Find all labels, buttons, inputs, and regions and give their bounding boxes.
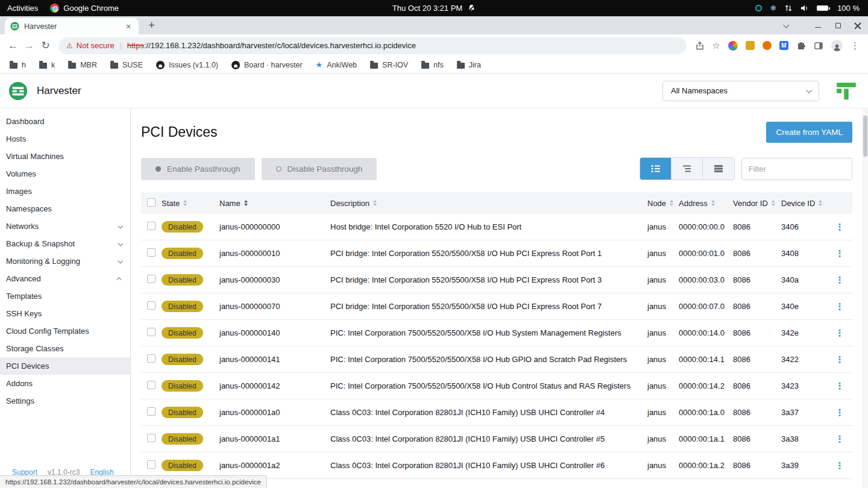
window-maximize-button[interactable] [834, 22, 842, 30]
row-checkbox[interactable] [147, 460, 156, 469]
active-app-indicator[interactable]: Google Chrome [50, 4, 119, 13]
sidebar-item-pci-devices[interactable]: PCI Devices [0, 357, 130, 375]
sidebar-item-hosts[interactable]: Hosts [0, 130, 130, 148]
side-panel-icon[interactable] [814, 41, 823, 51]
table-row: Disabled janus-000000010 PCI bridge: Int… [141, 240, 852, 267]
brand-name: Harvester [37, 85, 81, 97]
reload-button[interactable]: ↻ [37, 39, 54, 52]
sidebar-item-storage-classes[interactable]: Storage Classes [0, 340, 130, 357]
row-checkbox[interactable] [147, 248, 156, 257]
rancher-harvester-icon[interactable] [834, 80, 858, 102]
bookmark-star-icon[interactable]: ☆ [712, 40, 720, 51]
indicator-dot-icon[interactable] [755, 5, 762, 11]
volume-icon[interactable] [800, 4, 809, 12]
row-actions-button[interactable]: ⋮ [835, 381, 844, 391]
row-checkbox[interactable] [147, 354, 156, 363]
sidebar-item-settings[interactable]: Settings [0, 392, 130, 410]
sidebar-item-dashboard[interactable]: Dashboard [0, 113, 130, 130]
battery-icon[interactable] [817, 5, 828, 11]
scrollbar-thumb[interactable] [863, 116, 867, 157]
cell-description: PIC: Intel Corporation 7500/5520/5500/X5… [330, 355, 647, 364]
extension-orange-icon[interactable] [763, 41, 772, 50]
clock[interactable]: Thu Oct 20 3:21 PM [392, 4, 476, 13]
address-bar[interactable]: ⚠ Not secure | https://192.168.1.232/das… [58, 37, 687, 54]
disable-passthrough-button[interactable]: Disable Passthrough [262, 158, 377, 180]
window-minimize-button[interactable] [814, 22, 822, 30]
row-checkbox[interactable] [147, 407, 156, 416]
row-actions-button[interactable]: ⋮ [835, 248, 844, 258]
view-list-button[interactable] [640, 158, 671, 180]
sidebar-item-images[interactable]: Images [0, 183, 130, 200]
bookmark-nfs[interactable]: nfs [421, 61, 444, 69]
tab-search-chevron-icon[interactable] [783, 22, 789, 28]
window-close-button[interactable] [854, 22, 862, 30]
row-checkbox[interactable] [147, 381, 156, 389]
browser-menu-icon[interactable]: ⋮ [851, 40, 860, 51]
row-actions-button[interactable]: ⋮ [835, 407, 844, 418]
view-grouped-button[interactable] [671, 158, 703, 180]
sidebar-item-backup-snapshot[interactable]: Backup & Snapshot [0, 235, 130, 252]
header-name[interactable]: Name [219, 199, 330, 208]
header-address[interactable]: Address [679, 199, 733, 208]
tab-close-icon[interactable]: × [124, 22, 133, 31]
filter-input[interactable] [741, 158, 852, 180]
row-checkbox[interactable] [147, 275, 156, 283]
header-node[interactable]: Node [647, 199, 679, 208]
bookmark-k[interactable]: k [39, 61, 55, 69]
browser-tab-harvester[interactable]: Harvester × [5, 18, 139, 34]
sidebar-item-namespaces[interactable]: Namespaces [0, 200, 130, 217]
bookmark-jira[interactable]: Jira [457, 61, 481, 69]
row-actions-button[interactable]: ⋮ [835, 328, 844, 338]
bookmark-suse[interactable]: SUSE [110, 61, 143, 69]
sidebar-item-volumes[interactable]: Volumes [0, 165, 130, 183]
view-table-button[interactable] [703, 158, 734, 180]
sidebar-item-networks[interactable]: Networks [0, 217, 130, 235]
extensions-puzzle-icon[interactable] [796, 41, 806, 51]
sidebar-item-ssh-keys[interactable]: SSH Keys [0, 305, 130, 322]
row-actions-button[interactable]: ⋮ [835, 460, 844, 471]
bookmark-sr-iov[interactable]: SR-IOV [370, 61, 408, 69]
cell-node: janus [647, 302, 679, 311]
sidebar-item-monitoring-logging[interactable]: Monitoring & Logging [0, 252, 130, 270]
row-actions-button[interactable]: ⋮ [835, 222, 844, 232]
new-tab-button[interactable]: + [144, 18, 159, 33]
row-checkbox[interactable] [147, 328, 156, 336]
header-state[interactable]: State [162, 199, 219, 208]
tray-snowflake-icon[interactable]: ❄ [770, 4, 776, 13]
extension-m-icon[interactable]: M [779, 41, 788, 50]
back-button[interactable]: ← [5, 40, 21, 52]
select-all-checkbox[interactable] [147, 198, 156, 207]
forward-button[interactable]: → [21, 40, 37, 52]
sidebar-item-virtual-machines[interactable]: Virtual Machines [0, 148, 130, 165]
sidebar-item-addons[interactable]: Addons [0, 375, 130, 392]
network-icon[interactable] [784, 4, 793, 12]
header-device-id[interactable]: Device ID [781, 199, 832, 208]
extension-gold-icon[interactable] [746, 41, 755, 50]
sidebar-item-cloud-config-templates[interactable]: Cloud Config Templates [0, 322, 130, 340]
row-checkbox[interactable] [147, 434, 156, 442]
row-actions-button[interactable]: ⋮ [835, 301, 844, 311]
create-from-yaml-button[interactable]: Create from YAML [766, 122, 852, 143]
bookmark-board-harvester[interactable]: Board · harvester [231, 61, 303, 69]
activities-button[interactable]: Activities [7, 4, 38, 13]
bookmark-h[interactable]: h [10, 61, 26, 69]
sidebar-item-advanced[interactable]: Advanced [0, 270, 130, 287]
header-vendor-id[interactable]: Vendor ID [733, 199, 781, 208]
scrollbar-track[interactable] [862, 108, 868, 488]
cell-device-id: 3423 [781, 381, 832, 390]
namespace-select[interactable]: All Namespaces [662, 81, 819, 101]
bookmark-mbr[interactable]: MBR [68, 61, 97, 69]
row-actions-button[interactable]: ⋮ [835, 354, 844, 364]
sidebar-item-templates[interactable]: Templates [0, 287, 130, 305]
row-actions-button[interactable]: ⋮ [835, 434, 844, 444]
row-actions-button[interactable]: ⋮ [835, 275, 844, 285]
enable-passthrough-button[interactable]: Enable Passthrough [141, 158, 255, 180]
row-checkbox[interactable] [147, 222, 156, 230]
extension-pinwheel-icon[interactable] [728, 41, 738, 51]
header-description[interactable]: Description [330, 199, 647, 208]
share-icon[interactable] [695, 41, 705, 51]
bookmark-issues-v1-1-0[interactable]: Issues (v1.1.0) [156, 61, 218, 69]
profile-avatar[interactable] [831, 40, 843, 51]
bookmark-ankiweb[interactable]: ★ AnkiWeb [316, 61, 357, 69]
row-checkbox[interactable] [147, 301, 156, 310]
